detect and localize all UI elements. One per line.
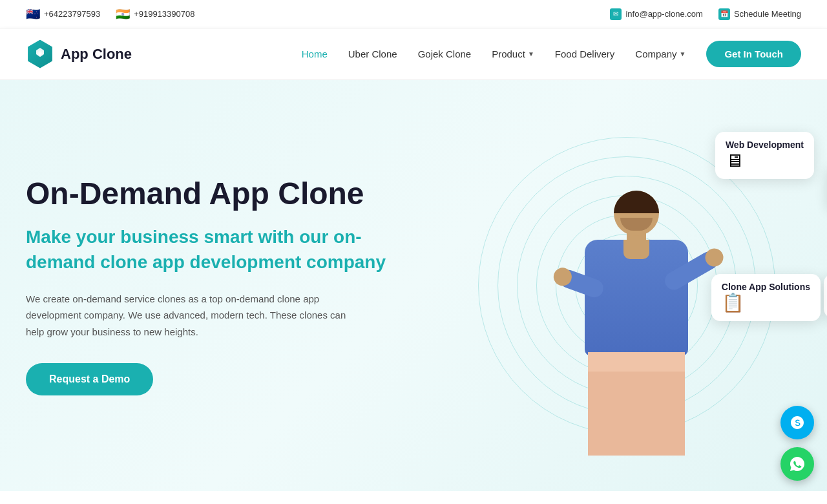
person-undershirt [588, 352, 685, 372]
nz-contact: 🇳🇿 +64223797593 [26, 7, 100, 21]
hero-subtitle: Make your business smart with our on-dem… [26, 224, 388, 275]
schedule-meeting[interactable]: 📅 Schedule Meeting [718, 8, 801, 20]
logo-icon [26, 40, 54, 68]
whatsapp-fab[interactable] [780, 447, 814, 481]
person-hair [614, 191, 659, 213]
logo[interactable]: App Clone [26, 40, 132, 68]
hero-title: On-Demand App Clone [26, 176, 388, 211]
build-software-card: 💡 ⌨ Build New Software [824, 274, 827, 318]
product-chevron: ▼ [528, 50, 534, 58]
hero-section: On-Demand App Clone Make your business s… [0, 80, 827, 491]
person-collar [623, 240, 649, 259]
hero-description: We create on-demand service clones as a … [26, 291, 362, 341]
web-dev-title: Web Development [726, 140, 804, 150]
web-dev-icon: 🖥 [726, 150, 804, 171]
nav-product[interactable]: Product ▼ [492, 48, 534, 59]
person-beard [620, 218, 653, 231]
clone-app-icon: 📋 [722, 292, 810, 313]
hero-illustration: App Development 🏠 🚗 💡 + Web Development … [401, 80, 827, 491]
company-chevron: ▼ [680, 50, 686, 58]
person-pants [588, 352, 685, 456]
topbar-actions: ✉ info@app-clone.com 📅 Schedule Meeting [610, 8, 801, 20]
email-contact[interactable]: ✉ info@app-clone.com [610, 8, 702, 20]
skype-fab[interactable] [780, 406, 814, 439]
nav-gojek-clone[interactable]: Gojek Clone [418, 48, 472, 59]
person-torso [585, 240, 688, 356]
nav-uber-clone[interactable]: Uber Clone [348, 48, 397, 59]
clone-app-title: Clone App Solutions [722, 282, 810, 292]
topbar: 🇳🇿 +64223797593 🇮🇳 +919913390708 ✉ info@… [0, 0, 827, 28]
in-contact: 🇮🇳 +919913390708 [116, 7, 194, 21]
hero-content: On-Demand App Clone Make your business s… [26, 176, 388, 395]
request-demo-button[interactable]: Request a Demo [26, 363, 153, 395]
topbar-contacts: 🇳🇿 +64223797593 🇮🇳 +919913390708 [26, 7, 194, 21]
nz-phone: +64223797593 [44, 9, 100, 19]
person-figure [572, 191, 701, 468]
email-address: info@app-clone.com [625, 9, 702, 19]
in-phone: +919913390708 [134, 9, 194, 19]
calendar-icon: 📅 [718, 8, 730, 20]
nz-flag: 🇳🇿 [26, 7, 40, 21]
nav-links: Home Uber Clone Gojek Clone Product ▼ Fo… [302, 41, 801, 67]
nav-home[interactable]: Home [302, 48, 328, 59]
schedule-label: Schedule Meeting [734, 9, 801, 19]
svg-point-0 [39, 52, 41, 55]
get-in-touch-button[interactable]: Get In Touch [706, 41, 801, 67]
in-flag: 🇮🇳 [116, 7, 130, 21]
nav-company[interactable]: Company ▼ [635, 48, 686, 59]
navbar: App Clone Home Uber Clone Gojek Clone Pr… [0, 28, 827, 80]
clone-app-card: Clone App Solutions 📋 [711, 274, 821, 321]
nav-food-delivery[interactable]: Food Delivery [555, 48, 615, 59]
logo-text: App Clone [61, 46, 132, 63]
web-development-card: Web Development 🖥 [715, 132, 814, 179]
person-head [614, 191, 659, 236]
email-icon: ✉ [610, 8, 622, 20]
